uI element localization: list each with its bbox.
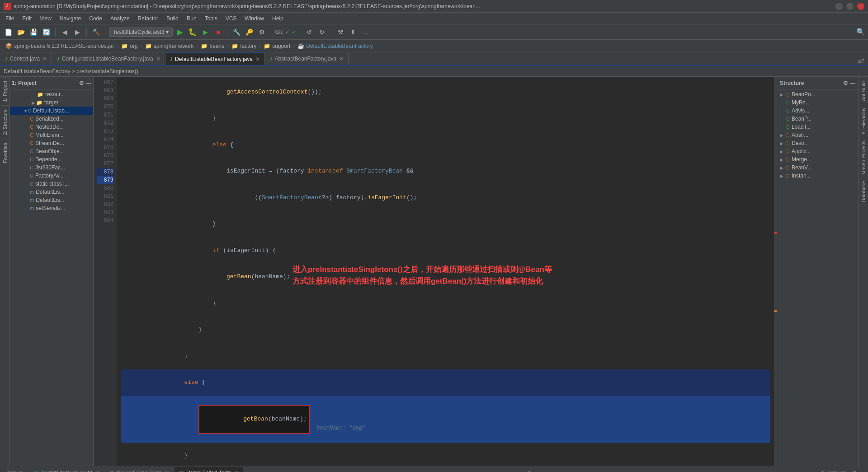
menu-item-code[interactable]: Code <box>85 14 106 23</box>
tree-item-static[interactable]: C static class i... <box>10 180 93 188</box>
path-item-springframework[interactable]: 📁springframework <box>143 43 196 49</box>
tab-more-button[interactable]: ≡7 <box>854 59 868 65</box>
close-icon[interactable]: ✕ <box>156 56 160 62</box>
menu-item-analyze[interactable]: Analyze <box>107 14 133 23</box>
tree-item-defaultlis2[interactable]: m DefaultLis... <box>10 196 93 204</box>
struct-item-beanv[interactable]: ▶ ⬡ BeanV... <box>777 164 858 172</box>
open-button[interactable]: 📂 <box>15 27 26 37</box>
undo-button[interactable]: ↺ <box>304 27 315 37</box>
struct-item-merge[interactable]: ▶ ⬡ Merge... <box>777 155 858 164</box>
close-icon[interactable]: ✕ <box>255 56 260 62</box>
tree-item-stream[interactable]: C StreamDe... <box>10 139 93 147</box>
right-panel-database[interactable]: Database <box>860 178 867 205</box>
menu-item-view[interactable]: View <box>36 14 55 23</box>
event-log-label[interactable]: Event Log <box>822 470 852 472</box>
settings-button[interactable]: ⚙ <box>256 27 267 37</box>
vcs-push-button[interactable]: ⬆ <box>348 27 359 37</box>
tree-item-serialized[interactable]: C Serialized... <box>10 115 93 123</box>
tree-item-nested[interactable]: C NestedDe... <box>10 123 93 131</box>
struct-item-mybe[interactable]: C MyBe... <box>777 98 858 107</box>
code-editor[interactable]: 867 868 869 870 871 872 873 874 875 876 … <box>94 77 777 466</box>
tree-item-depend[interactable]: C Depende... <box>10 155 93 164</box>
path-item-factory[interactable]: 📁factory <box>230 43 258 49</box>
vcs-update-button[interactable]: ⚒ <box>335 27 346 37</box>
editor-tab-3[interactable]: JAbstractBeanFactory.java✕ <box>265 52 349 65</box>
stop-button[interactable]: ■ <box>212 27 223 37</box>
minimize-icon[interactable]: — <box>534 469 538 472</box>
struct-item-destr[interactable]: ▶ ⬡ Destr... <box>777 139 858 147</box>
close-icon[interactable]: ✕ <box>42 56 47 62</box>
menu-item-build[interactable]: Build <box>163 14 182 23</box>
tree-item-jsr[interactable]: C Jsr330Fac... <box>10 164 93 172</box>
close-icon[interactable]: ✕ <box>95 470 99 472</box>
struct-item-beanpo[interactable]: ▶ ⬡ BeanPo... <box>777 90 858 98</box>
close-button[interactable]: ✕ <box>857 3 864 10</box>
minimize-button[interactable]: — <box>835 3 843 10</box>
path-item-defaultlistablebeanfactory[interactable]: ☕DefaultListableBeanFactory <box>296 43 374 49</box>
run-button[interactable]: ▶ <box>175 27 185 37</box>
editor-tab-2[interactable]: JDefaultListableBeanFactory.java✕ <box>165 52 265 65</box>
new-file-button[interactable]: 📄 <box>3 27 14 37</box>
tree-item-resources[interactable]: 📁 resour... <box>10 90 93 98</box>
debug-button[interactable]: 🐛 <box>187 27 198 37</box>
editor-tab-0[interactable]: JContext.java✕ <box>0 52 52 65</box>
redo-button[interactable]: ↻ <box>316 27 327 37</box>
sidebar-collapse-icon[interactable]: — <box>86 80 91 86</box>
tree-item-defaultlis1[interactable]: m DefaultLis... <box>10 188 93 196</box>
close-icon[interactable]: ✕ <box>339 56 344 62</box>
path-item-beans[interactable]: 📁beans <box>199 43 226 49</box>
structure-collapse[interactable]: — <box>850 80 855 86</box>
path-item-org[interactable]: 📁org <box>119 43 139 49</box>
menu-item-edit[interactable]: Edit <box>19 14 35 23</box>
build-button[interactable]: 🔧 <box>231 27 242 37</box>
tree-item-multi[interactable]: C MultiElem... <box>10 131 93 139</box>
sidebar-gear-icon[interactable]: ⚙ <box>79 80 84 86</box>
event-log-settings[interactable]: ⚙ <box>853 469 856 472</box>
menu-item-navigate[interactable]: Navigate <box>56 14 85 23</box>
left-panel-project[interactable]: 1: Project <box>1 77 9 105</box>
sync-button[interactable]: 🔄 <box>41 27 52 37</box>
left-panel-favorites[interactable]: Favorites <box>1 139 9 167</box>
bottom-tab-testlifecycle[interactable]: ⬡ TestOfLifeCycle.test3 ✕ <box>29 467 104 472</box>
more-tools-button[interactable]: 🔑 <box>244 27 255 37</box>
menu-item-run[interactable]: Run <box>183 14 200 23</box>
editor-tab-1[interactable]: JConfigurableListableBeanFactory.java✕ <box>52 52 165 65</box>
struct-item-advis[interactable]: C Advis... <box>777 107 858 115</box>
menu-item-vcs[interactable]: VCS <box>222 14 241 23</box>
run-config-selector[interactable]: TestOfLifeCycle.test3 ▾ <box>109 28 173 37</box>
path-item-spring-beans-5.2.2.release-sources.jar[interactable]: 📦spring-beans-5.2.2.RELEASE-sources.jar <box>4 43 116 49</box>
path-item-support[interactable]: 📁support <box>262 43 292 49</box>
tree-item-factory[interactable]: C FactoryAv... <box>10 172 93 180</box>
menu-item-refactor[interactable]: Refactor <box>134 14 162 23</box>
run-coverage-button[interactable]: ▶ <box>200 27 211 37</box>
struct-item-loadt[interactable]: C LoadT... <box>777 123 858 131</box>
tree-item-setserial[interactable]: m setSerializ... <box>10 204 93 212</box>
search-icon[interactable]: 🔍 <box>856 28 865 37</box>
save-button[interactable]: 💾 <box>28 27 39 37</box>
code-content[interactable]: getAccessControlContext()); } else { <box>117 77 774 466</box>
maximize-button[interactable]: □ <box>846 3 854 10</box>
close-icon[interactable]: ✕ <box>234 470 239 472</box>
event-log-close[interactable]: — <box>859 469 863 472</box>
menu-item-window[interactable]: Window <box>241 14 268 23</box>
right-panel-maven[interactable]: Maven Projects <box>860 138 867 178</box>
bottom-tab-rerun2[interactable]: ⬡ Rerun Failed Tests ✕ <box>175 467 243 472</box>
tree-item-target[interactable]: ▶ 📁 target <box>10 98 93 107</box>
close-icon[interactable]: ✕ <box>165 470 169 472</box>
tree-item-defaultlistable[interactable]: ▾ C DefaultListab... <box>10 107 93 115</box>
tree-item-beanobj[interactable]: C BeanObje... <box>10 147 93 155</box>
struct-item-applic[interactable]: ▶ ⬡ Applic... <box>777 147 858 155</box>
right-panel-antbuild[interactable]: Ant Build <box>860 79 867 104</box>
hammer-button[interactable]: 🔨 <box>90 27 101 37</box>
back-button[interactable]: ◀ <box>59 27 70 37</box>
bottom-tab-rerun1[interactable]: ⬡ Rerun Failed Tests ✕ <box>105 467 174 472</box>
left-panel-structure[interactable]: 2: Structure <box>1 105 9 139</box>
struct-item-beanp2[interactable]: C BeanP... <box>777 115 858 123</box>
struct-item-abstr[interactable]: ▶ ⬡ Abstr... <box>777 131 858 139</box>
structure-gear[interactable]: ⚙ <box>843 80 848 86</box>
forward-button[interactable]: ▶ <box>72 27 83 37</box>
right-panel-hierarchy[interactable]: 8: Hierarchy <box>860 105 867 137</box>
menu-item-help[interactable]: Help <box>269 14 287 23</box>
struct-item-instan[interactable]: ▶ ⬡ Instan... <box>777 172 858 180</box>
menu-item-file[interactable]: File <box>2 14 18 23</box>
